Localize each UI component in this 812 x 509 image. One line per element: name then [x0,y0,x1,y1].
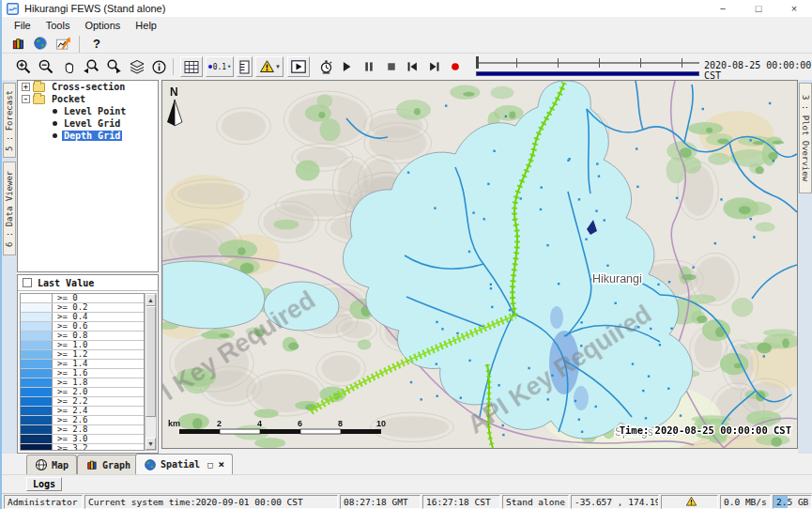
status-log-alert[interactable] [661,495,718,509]
tab-spatial[interactable]: Spatial □ × [135,454,233,474]
tab-forecast[interactable]: 5 : Forecast [3,83,16,158]
set-time-button[interactable] [315,56,336,77]
status-mode: Stand alone [502,495,569,509]
legend-color-swatch [21,294,53,302]
tree-item-level-grid[interactable]: Level Grid [18,117,158,130]
tab-map-label: Map [52,460,69,470]
skip-end-icon [427,59,442,74]
status-memory: 2.5 GB [773,495,812,509]
legend-threshold-label: >= 1.0 [53,341,88,349]
time-slider[interactable] [476,56,699,77]
tab-close-icon[interactable]: × [219,458,225,470]
menu-item-help[interactable]: Help [129,19,163,32]
tree-item-pocket[interactable]: -Pocket [18,93,158,105]
legend-threshold-label: >= 0.8 [53,332,88,340]
scroll-down-icon[interactable]: ▼ [146,438,156,450]
last-value-toggle[interactable]: Last Value [18,275,158,291]
scale-ruler-button[interactable] [237,56,253,77]
title-bar: Hikurangi FEWS (Stand alone) − □ × [2,0,812,17]
tab-plot-overview[interactable]: 3 : Plot Overview [799,83,812,193]
collapse-icon[interactable]: - [22,95,30,103]
logs-button[interactable]: Logs [26,477,62,491]
status-coordinates: -35.657 , 174.199 [571,495,659,509]
point-size-dropdown[interactable]: 0.1 ▾ [206,56,234,77]
time-slider-handle[interactable] [476,56,479,69]
leaf-node-icon [53,121,57,126]
expand-icon[interactable]: + [22,83,30,91]
close-button[interactable]: × [776,0,812,17]
legend-threshold-label: >= 0.4 [53,313,88,321]
scrollbar-thumb[interactable] [146,306,156,417]
zoom-previous-button[interactable] [81,56,101,77]
timeseries-dialog-button[interactable] [53,34,73,53]
legend-color-swatch [21,341,53,349]
globe-icon [144,458,157,471]
zoom-out-icon [38,58,54,75]
zoom-next-button[interactable] [103,56,124,77]
globe-icon [33,36,48,51]
tab-graph[interactable]: Graph [77,455,139,474]
tree-item-depth-grid[interactable]: Depth Grid [18,130,158,142]
pause-button[interactable] [359,56,379,77]
skip-to-start-button[interactable] [402,56,422,77]
tab-map[interactable]: Map [26,455,77,474]
tab-graph-label: Graph [102,460,130,470]
legend-scrollbar[interactable]: ▲ ▼ [145,293,157,451]
scroll-up-icon[interactable]: ▲ [146,294,156,306]
legend-threshold-label: >= 1.4 [53,360,88,368]
info-button[interactable] [148,56,169,77]
pan-button[interactable] [58,56,79,77]
record-button[interactable] [445,56,466,77]
maximize-button[interactable]: □ [741,0,776,17]
tree-item-label: Level Point [62,106,128,116]
play-button[interactable] [336,56,357,77]
database-button[interactable] [8,34,28,53]
legend-row[interactable]: >= 3.2 [21,444,144,451]
legend-threshold-label: >= 1.2 [53,350,88,359]
skip-to-end-button[interactable] [424,56,445,77]
status-system-time: Current system time:2020-09-01 00:00 CST [84,495,338,509]
legend-threshold-label: >= 2.2 [53,397,88,406]
help-button[interactable]: ? [86,34,107,53]
map-view[interactable]: API Key Required API Key Required Hikura… [161,80,798,449]
compass-n-label: N [170,85,178,99]
legend-threshold-label: >= 2.4 [53,407,88,415]
menu-item-tools[interactable]: Tools [39,19,77,32]
menu-item-file[interactable]: File [8,19,38,32]
zoom-out-button[interactable] [36,56,56,77]
grid-display-button[interactable] [180,56,203,77]
layers-button[interactable] [127,56,147,77]
legend-panel: Last Value >= 0>= 0.2>= 0.4>= 0.6>= 0.8>… [17,274,159,454]
pause-icon [361,59,376,74]
status-download-speed: 0.0 MB/s [720,495,771,509]
tab-restore-icon[interactable]: □ [207,460,212,470]
left-tab-strip: 5 : Forecast 6 : Data Viewer [2,80,17,454]
legend-threshold-label: >= 3.0 [53,435,88,443]
timeline-timestamp: 2020-08-25 00:00:00 CST [704,60,812,81]
zoom-in-button[interactable] [13,56,34,77]
point-dot-icon [208,65,212,69]
tree-item-cross-section[interactable]: +Cross-section [18,81,158,93]
legend-color-swatch [21,397,53,406]
map-display-button[interactable] [30,34,51,53]
thresholds-dropdown[interactable]: ▾ [255,56,283,77]
main-toolbar: ? [2,33,812,54]
tree-item-label: Cross-section [50,82,127,92]
status-local-time: 16:27:18 CST [422,495,500,509]
tree-item-level-point[interactable]: Level Point [18,105,158,117]
tab-data-viewer[interactable]: 6 : Data Viewer [3,162,16,255]
minimize-button[interactable]: − [705,0,741,17]
place-label-hikurangi: Hikurangi [592,272,642,285]
legend-threshold-label: >= 0 [53,294,78,302]
stop-button[interactable] [381,56,402,77]
record-icon [448,59,463,74]
legend-threshold-label: >= 1.6 [53,369,88,378]
last-value-checkbox[interactable] [23,278,32,287]
status-gmt-time: 08:27:18 GMT [340,495,421,509]
tree-item-label: Level Grid [62,118,122,129]
menu-item-options[interactable]: Options [78,19,127,32]
window-title: Hikurangi FEWS (Stand alone) [24,3,165,14]
logs-row: Logs [2,474,812,493]
legend-color-swatch [21,303,53,312]
animation-player-button[interactable] [287,56,310,77]
